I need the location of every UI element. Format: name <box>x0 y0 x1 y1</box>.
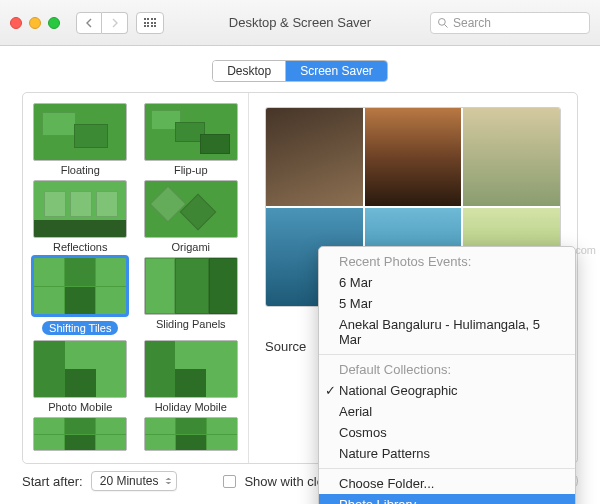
saver-partial-2[interactable] <box>142 417 241 454</box>
close-window-button[interactable] <box>10 17 22 29</box>
saver-sliding-panels[interactable]: Sliding Panels <box>142 257 241 336</box>
search-field[interactable]: Search <box>430 12 590 34</box>
saver-floating[interactable]: Floating <box>31 103 130 176</box>
start-after-value: 20 Minutes <box>100 474 159 488</box>
window-toolbar: Desktop & Screen Saver Search <box>0 0 600 46</box>
menu-item-cosmos[interactable]: Cosmos <box>319 422 575 443</box>
source-dropdown-menu: Recent Photos Events: 6 Mar 5 Mar Anekal… <box>318 246 576 504</box>
saver-holiday-mobile[interactable]: Holiday Mobile <box>142 340 241 413</box>
start-after-select[interactable]: 20 Minutes <box>91 471 178 491</box>
menu-separator <box>319 354 575 355</box>
show-clock-checkbox[interactable] <box>223 475 236 488</box>
zoom-window-button[interactable] <box>48 17 60 29</box>
chevron-left-icon <box>85 18 93 28</box>
back-button[interactable] <box>76 12 102 34</box>
tab-screen-saver[interactable]: Screen Saver <box>286 61 387 81</box>
source-label: Source <box>265 339 306 354</box>
menu-item-aerial[interactable]: Aerial <box>319 401 575 422</box>
search-placeholder: Search <box>453 16 491 30</box>
search-icon <box>437 17 449 29</box>
minimize-window-button[interactable] <box>29 17 41 29</box>
chevron-right-icon <box>111 18 119 28</box>
svg-point-0 <box>439 18 446 25</box>
menu-item-recent-2[interactable]: Anekal Bangaluru - Hulimangala, 5 Mar <box>319 314 575 350</box>
saver-flip-up[interactable]: Flip-up <box>142 103 241 176</box>
svg-line-1 <box>445 24 448 27</box>
tab-desktop[interactable]: Desktop <box>213 61 286 81</box>
saver-origami[interactable]: Origami <box>142 180 241 253</box>
screensaver-list[interactable]: Floating Flip-up Reflections Origami Shi… <box>23 93 249 463</box>
nav-buttons <box>76 12 128 34</box>
saver-photo-mobile[interactable]: Photo Mobile <box>31 340 130 413</box>
menu-header-recent: Recent Photos Events: <box>319 251 575 272</box>
menu-item-national-geographic[interactable]: National Geographic <box>319 380 575 401</box>
menu-item-choose-folder[interactable]: Choose Folder... <box>319 473 575 494</box>
menu-item-nature-patterns[interactable]: Nature Patterns <box>319 443 575 464</box>
start-after-label: Start after: <box>22 474 83 489</box>
menu-item-recent-0[interactable]: 6 Mar <box>319 272 575 293</box>
forward-button[interactable] <box>102 12 128 34</box>
saver-shifting-tiles[interactable]: Shifting Tiles <box>31 257 130 336</box>
traffic-lights <box>10 17 60 29</box>
menu-separator <box>319 468 575 469</box>
menu-header-default: Default Collections: <box>319 359 575 380</box>
window-title: Desktop & Screen Saver <box>229 15 371 30</box>
saver-partial-1[interactable] <box>31 417 130 454</box>
tab-bar: Desktop Screen Saver <box>0 46 600 92</box>
saver-reflections[interactable]: Reflections <box>31 180 130 253</box>
show-all-button[interactable] <box>136 12 164 34</box>
grid-icon <box>144 18 157 27</box>
menu-item-photo-library[interactable]: Photo Library... <box>319 494 575 504</box>
menu-item-recent-1[interactable]: 5 Mar <box>319 293 575 314</box>
